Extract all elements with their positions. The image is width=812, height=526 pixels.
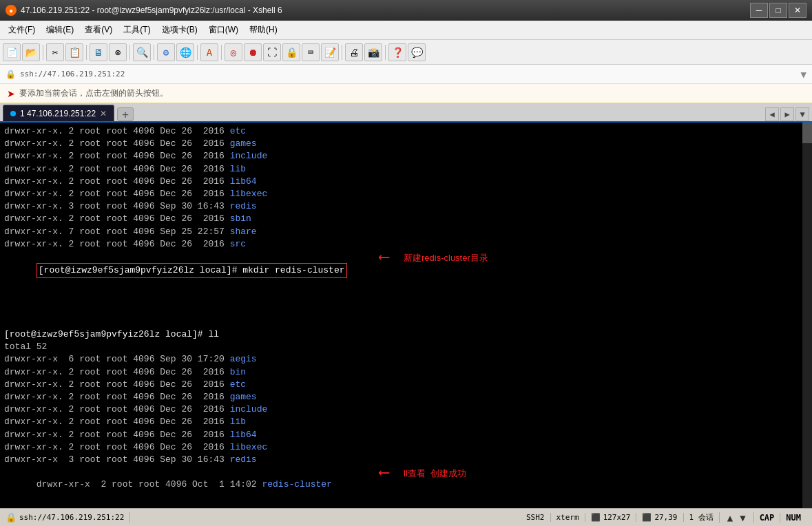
term-line: drwxr-xr-x. 2 root root 4096 Dec 26 2016…	[4, 176, 808, 188]
separator-3	[129, 45, 130, 60]
tab-bar: 1 47.106.219.251:22 ✕ + ◀ ▶ ▼	[0, 103, 812, 123]
print-button[interactable]: 🖨	[345, 43, 363, 61]
window-controls: ─ □ ✕	[750, 3, 806, 18]
snapshot-button[interactable]: 📸	[364, 43, 382, 61]
annotation-ll: ll查看 创建成功	[404, 467, 466, 480]
menu-file[interactable]: 文件(F)	[3, 23, 41, 37]
open-button[interactable]: 📂	[22, 43, 40, 61]
status-term-segment: xterm	[556, 513, 585, 522]
scroll-up-button[interactable]: ▲	[725, 512, 735, 523]
term-line: [root@izwz9ef5sjam9pvfyiz26lz local]# ll	[4, 328, 808, 341]
term-line: drwxr-xr-x. 2 root root 4096 Dec 26 2016…	[4, 188, 808, 200]
title-bar: ● 47.106.219.251:22 - root@izwz9ef5sjam9…	[0, 0, 812, 21]
cut-button[interactable]: ✂	[46, 43, 64, 61]
menu-window[interactable]: 窗口(W)	[203, 23, 244, 37]
record-button[interactable]: ⏺	[244, 43, 262, 61]
terminal-scrollbar[interactable]	[802, 123, 812, 508]
separator-1	[43, 45, 43, 60]
status-cursor: 27,39	[654, 513, 677, 522]
status-nav-segment: ▲ ▼	[725, 512, 754, 523]
status-protocol-segment: SSH2	[526, 513, 551, 522]
status-cursor-segment: ⬛ 27,39	[642, 513, 683, 522]
info-arrow-icon: ➤	[7, 88, 15, 99]
num-indicator: NUM	[786, 513, 801, 523]
address-dropdown[interactable]: ▼	[801, 69, 806, 80]
redis-cluster-line: drwxr-xr-x 2 root root 4096 Oct 1 14:02 …	[4, 466, 808, 508]
scrollbar-thumb[interactable]	[802, 123, 812, 143]
ssh-icon: 🔒	[6, 512, 17, 523]
address-bar: 🔒 ssh://47.106.219.251:22 ▼	[0, 65, 812, 84]
tab-list-button[interactable]: ▼	[795, 107, 809, 121]
globe-button[interactable]: 🌐	[176, 43, 194, 61]
close-button[interactable]: ✕	[789, 3, 806, 18]
separator-5	[197, 45, 198, 60]
copy-button[interactable]: 📋	[65, 43, 83, 61]
lock-button[interactable]: 🔒	[282, 43, 300, 61]
term-line: total 52	[4, 341, 808, 353]
term-line: drwxr-xr-x. 2 root root 4096 Dec 26 2016…	[4, 213, 808, 225]
expand-button[interactable]: ⛶	[263, 43, 281, 61]
term-line: drwxr-xr-x. 3 root root 4096 Sep 30 16:4…	[4, 200, 808, 213]
term-line: drwxr-xr-x. 2 root root 4096 Dec 26 2016…	[4, 416, 808, 428]
address-text: ssh://47.106.219.251:22	[20, 70, 801, 78]
cap-indicator: CAP	[760, 513, 775, 523]
separator-4	[154, 45, 154, 60]
separator-2	[86, 45, 87, 60]
status-size-icon: ⬛	[591, 513, 601, 522]
tab-next-button[interactable]: ▶	[780, 107, 794, 121]
new-session-button[interactable]: 📄	[3, 43, 21, 61]
term-line: drwxr-xr-x. 2 root root 4096 Dec 26 2016…	[4, 379, 808, 391]
menu-edit[interactable]: 编辑(E)	[41, 23, 79, 37]
keyboard-button[interactable]: ⌨	[302, 43, 320, 61]
help-button[interactable]: ❓	[388, 43, 406, 61]
app-icon: ●	[6, 5, 17, 16]
status-cursor-icon: ⬛	[642, 513, 652, 522]
tab-navigation: ◀ ▶ ▼	[765, 107, 809, 121]
status-size: 127x27	[603, 513, 631, 522]
status-sessions-segment: 1 会话	[689, 512, 720, 523]
start-button[interactable]: ◎	[225, 43, 242, 61]
status-ssh-address: ssh://47.106.219.251:22	[19, 513, 124, 522]
term-line: drwxr-xr-x. 2 root root 4096 Dec 26 2016…	[4, 441, 808, 454]
term-line: drwxr-xr-x. 2 root root 4096 Dec 26 2016…	[4, 138, 808, 150]
status-ssh-segment: 🔒 ssh://47.106.219.251:22	[6, 512, 130, 523]
minimize-button[interactable]: ─	[750, 3, 768, 18]
status-num-segment: NUM	[786, 513, 806, 523]
session-tab[interactable]: 1 47.106.219.251:22 ✕	[3, 105, 114, 121]
terminal[interactable]: drwxr-xr-x. 2 root root 4096 Dec 26 2016…	[0, 123, 812, 508]
scroll-down-button[interactable]: ▼	[738, 512, 747, 523]
term-line: drwxr-xr-x. 2 root root 4096 Dec 26 2016…	[4, 366, 808, 379]
status-protocol: SSH2	[526, 513, 545, 522]
separator-6	[221, 45, 222, 60]
separator-8	[385, 45, 386, 60]
mkdir-command-line: [root@izwz9ef5sjam9pvfyiz26lz local]# mk…	[4, 251, 808, 328]
status-cap-segment: CAP	[760, 513, 781, 523]
chat-button[interactable]: 💬	[408, 43, 426, 61]
search-button[interactable]: 🔍	[133, 43, 151, 61]
lock-icon: 🔒	[6, 70, 16, 79]
connect-button[interactable]: 🖥	[90, 43, 107, 61]
font-button[interactable]: A	[200, 43, 218, 61]
term-line: drwxr-xr-x 3 root root 4096 Sep 30 16:43…	[4, 454, 808, 466]
term-line: drwxr-xr-x. 2 root root 4096 Dec 26 2016…	[4, 163, 808, 176]
menu-help[interactable]: 帮助(H)	[244, 23, 283, 37]
disconnect-button[interactable]: ⊗	[109, 43, 127, 61]
settings-button[interactable]: ⚙	[157, 43, 175, 61]
new-tab-button[interactable]: +	[117, 107, 134, 121]
tab-prev-button[interactable]: ◀	[765, 107, 779, 121]
menu-tabs[interactable]: 选项卡(B)	[156, 23, 203, 37]
annotation-mkdir: 新建redis-cluster目录	[404, 252, 488, 264]
maximize-button[interactable]: □	[769, 3, 787, 18]
term-line: drwxr-xr-x. 2 root root 4096 Dec 26 2016…	[4, 125, 808, 138]
tab-close-button[interactable]: ✕	[100, 109, 107, 118]
window-title: 47.106.219.251:22 - root@izwz9ef5sjam9pv…	[21, 6, 750, 15]
status-size-segment: ⬛ 127x27	[591, 513, 637, 522]
separator-7	[342, 45, 342, 60]
menu-view[interactable]: 查看(V)	[79, 23, 118, 37]
menu-bar: 文件(F) 编辑(E) 查看(V) 工具(T) 选项卡(B) 窗口(W) 帮助(…	[0, 21, 812, 40]
info-text: 要添加当前会话，点击左侧的箭头按钮。	[19, 87, 168, 99]
term-line: drwxr-xr-x. 7 root root 4096 Sep 25 22:5…	[4, 226, 808, 238]
menu-tools[interactable]: 工具(T)	[118, 23, 156, 37]
script-button[interactable]: 📝	[321, 43, 339, 61]
term-line: drwxr-xr-x 6 root root 4096 Sep 30 17:20…	[4, 353, 808, 366]
